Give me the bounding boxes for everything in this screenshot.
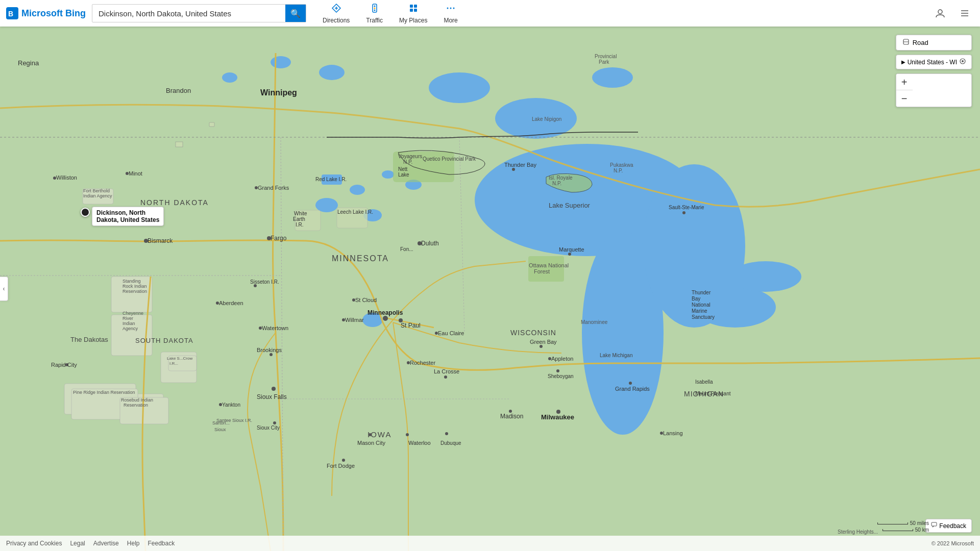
scale-bar: 50 miles 50 km	[877, 520, 929, 533]
nav-item-more[interactable]: More	[435, 1, 465, 26]
svg-text:Grand Rapids: Grand Rapids	[615, 386, 650, 392]
footer-link-legal[interactable]: Legal	[70, 540, 85, 547]
svg-text:Watertown: Watertown	[262, 325, 288, 331]
road-view-button[interactable]: Road	[896, 35, 972, 51]
svg-text:NORTH DAKOTA: NORTH DAKOTA	[140, 198, 209, 207]
svg-text:River: River	[122, 316, 133, 321]
svg-text:Fort Dodge: Fort Dodge	[327, 463, 355, 469]
svg-text:Indian: Indian	[122, 321, 135, 326]
svg-rect-185	[176, 142, 183, 147]
svg-text:Provincial: Provincial	[595, 54, 617, 59]
svg-text:Fort Berthold: Fort Berthold	[83, 188, 110, 193]
svg-text:Sioux Falls: Sioux Falls	[257, 393, 287, 400]
svg-text:Indian Agency: Indian Agency	[83, 193, 112, 198]
zoom-in-button[interactable]: +	[896, 74, 913, 90]
region-indicator[interactable]: ▶ United States - WI	[896, 55, 972, 69]
svg-text:Forest: Forest	[534, 268, 550, 274]
svg-text:Bay: Bay	[692, 296, 700, 302]
search-icon: 🔍	[290, 9, 301, 18]
nav-item-traffic[interactable]: Traffic	[358, 1, 391, 26]
zoom-out-button[interactable]: −	[896, 90, 913, 107]
account-button[interactable]	[931, 4, 949, 22]
svg-rect-9	[414, 5, 417, 8]
svg-point-126	[682, 211, 685, 214]
svg-point-114	[568, 253, 571, 256]
svg-text:Pine Ridge Indian Reservation: Pine Ridge Indian Reservation	[73, 390, 135, 395]
more-icon	[446, 3, 456, 16]
svg-text:Isabella: Isabella	[695, 379, 713, 385]
feedback-corner-button[interactable]: Feedback	[925, 519, 972, 533]
svg-text:The Dakotas: The Dakotas	[70, 336, 108, 343]
map-background: Winnipeg Brandon Regina NORTH DAKOTA SOU…	[0, 27, 980, 551]
svg-text:Lake Nipigon: Lake Nipigon	[532, 116, 561, 122]
search-area: 🔍	[92, 4, 306, 22]
svg-point-31	[222, 72, 237, 83]
menu-button[interactable]	[955, 4, 974, 22]
search-input[interactable]	[92, 9, 285, 18]
svg-text:Grand Forks: Grand Forks	[258, 185, 289, 191]
location-label: Dickinson, North Dakota, United States	[92, 207, 164, 226]
svg-text:La Crosse: La Crosse	[434, 368, 459, 374]
svg-text:Cheyenne: Cheyenne	[122, 311, 143, 316]
svg-text:Ottawa National: Ottawa National	[529, 262, 569, 268]
svg-text:Voyageurs: Voyageurs	[398, 154, 422, 159]
svg-text:Minot: Minot	[129, 170, 142, 177]
svg-text:Eau Claire: Eau Claire	[438, 330, 464, 336]
sidebar-toggle-button[interactable]: ‹	[0, 277, 8, 301]
svg-text:Mason City: Mason City	[357, 440, 386, 446]
svg-text:Winnipeg: Winnipeg	[260, 88, 297, 97]
svg-text:National: National	[692, 302, 710, 308]
svg-text:Dubuque: Dubuque	[440, 440, 461, 446]
svg-text:Aberdeen: Aberdeen	[219, 300, 243, 306]
svg-point-5	[374, 5, 375, 7]
traffic-icon	[370, 3, 380, 16]
svg-text:Milwaukee: Milwaukee	[541, 413, 574, 421]
svg-text:Rosebud Indian: Rosebud Indian	[121, 397, 153, 403]
nav-item-directions[interactable]: Directions	[314, 1, 358, 26]
nav-items: Directions Traffic My Places More	[314, 1, 466, 26]
svg-point-139	[406, 433, 409, 436]
directions-label: Directions	[323, 17, 350, 24]
traffic-label: Traffic	[366, 17, 383, 24]
road-icon	[902, 38, 910, 47]
footer-link-privacy[interactable]: Privacy and Cookies	[6, 540, 62, 547]
svg-text:Fon...: Fon...	[400, 246, 413, 252]
svg-point-137	[273, 421, 276, 424]
svg-text:Lake: Lake	[398, 172, 409, 178]
footer-link-help[interactable]: Help	[127, 540, 140, 547]
location-pin[interactable]: Dickinson, North Dakota, United States	[81, 208, 90, 217]
chevron-right-icon: ▶	[901, 59, 905, 65]
svg-point-181	[445, 432, 448, 435]
svg-text:B: B	[8, 10, 13, 18]
svg-text:N.P.: N.P.	[614, 168, 623, 173]
svg-text:Duluth: Duluth	[421, 240, 439, 247]
svg-text:Regina: Regina	[18, 59, 39, 67]
svg-point-27	[429, 72, 490, 103]
svg-point-15	[938, 10, 942, 14]
directions-icon	[331, 3, 341, 16]
svg-text:Thunder: Thunder	[692, 290, 711, 295]
svg-text:Earth: Earth	[293, 216, 305, 222]
svg-text:Sisseton I.R.: Sisseton I.R.	[250, 279, 279, 285]
nav-item-my-places[interactable]: My Places	[391, 1, 435, 26]
svg-point-135	[342, 459, 345, 462]
map-container[interactable]: Winnipeg Brandon Regina NORTH DAKOTA SOU…	[0, 27, 980, 551]
svg-point-7	[374, 9, 375, 11]
svg-text:Sioux City: Sioux City	[257, 425, 280, 431]
svg-text:Rochester: Rochester	[410, 360, 435, 366]
svg-text:Williston: Williston	[56, 174, 77, 181]
header: B Microsoft Bing 🔍 Directions Traffic My…	[0, 0, 980, 27]
footer-link-advertise[interactable]: Advertise	[93, 540, 119, 547]
footer-link-feedback[interactable]: Feedback	[148, 540, 175, 547]
svg-point-141	[270, 353, 273, 356]
svg-text:Brookings: Brookings	[257, 347, 282, 353]
svg-text:Reservation: Reservation	[124, 403, 148, 408]
svg-text:Manominee: Manominee	[581, 319, 608, 325]
search-button[interactable]: 🔍	[285, 5, 306, 22]
footer-right: © 2022 Microsoft	[932, 540, 974, 546]
svg-point-14	[453, 7, 455, 9]
logo-text: Microsoft Bing	[21, 8, 86, 19]
svg-point-112	[556, 369, 559, 372]
svg-point-82	[272, 387, 276, 391]
svg-point-34	[350, 185, 365, 195]
